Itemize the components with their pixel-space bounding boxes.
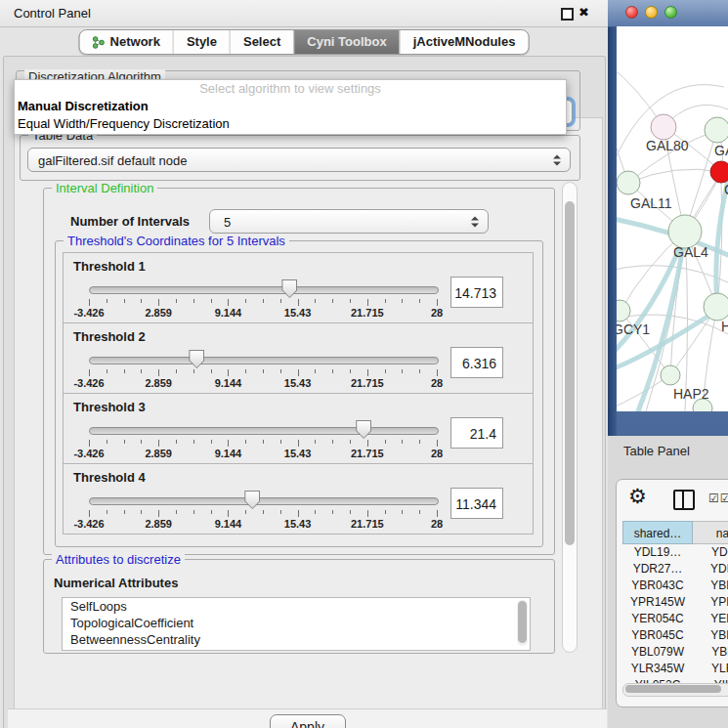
slider-tick [228,510,229,517]
threshold-slider-track[interactable] [89,497,439,505]
table-panel: ⚙ ☑☑ shared… na YDL19…YDL1YDR27…YDR2YBR0… [616,479,728,707]
table-row[interactable]: YLR345WYLR3 [622,661,728,677]
settings-vertical-scrollbar[interactable] [562,182,578,653]
tab-style[interactable]: Style [173,30,230,54]
threshold-value-field[interactable]: 21.4 [450,417,503,449]
slider-tick [158,369,159,376]
threshold-value-field[interactable]: 11.344 [450,488,503,519]
table-row[interactable]: YBL079WYBL0 [622,644,728,661]
scrollbar-thumb[interactable] [625,685,721,693]
close-traffic-light-icon[interactable] [625,6,638,19]
scrollbar-thumb[interactable] [565,201,575,545]
combo-arrows-icon [553,154,561,165]
cell-shared-name[interactable]: YDL19… [622,544,693,561]
float-window-icon[interactable] [561,8,574,21]
number-of-intervals-label: Number of Intervals [70,214,190,229]
cell-name[interactable]: YDL1 [693,544,728,561]
table-row[interactable]: YBR045CYBR0 [622,627,728,644]
table-row[interactable]: YDR27…YDR2 [622,561,728,578]
gear-icon[interactable]: ⚙ [628,485,647,508]
cell-name[interactable]: YBR0 [693,578,728,594]
threshold-value-field[interactable]: 6.316 [450,347,503,378]
threshold-slider-track[interactable] [89,427,439,435]
threshold-slider-thumb[interactable] [281,279,297,298]
cell-shared-name[interactable]: YBR043C [622,578,693,594]
slider-tick [124,440,125,444]
table-horizontal-scrollbar[interactable] [622,683,728,697]
column-header-shared[interactable]: shared… [622,521,693,544]
threshold-slider-thumb[interactable] [244,491,260,509]
cell-name[interactable]: YDR2 [693,561,728,578]
checkbox-icon[interactable]: ☑☑ [708,492,728,505]
window-frame [608,0,617,436]
network-node[interactable] [617,300,630,321]
table-row[interactable]: YPR145WYPR1 [622,594,728,611]
threshold-slider-track[interactable] [89,357,439,364]
column-header-name[interactable]: na [693,521,728,544]
close-icon[interactable]: ✖ [578,5,589,20]
network-window-titlebar[interactable] [608,0,728,27]
cell-name[interactable]: YBL0 [693,644,728,661]
cell-shared-name[interactable]: YLR345W [622,661,693,677]
tab-cyni-toolbox[interactable]: Cyni Toolbox [293,30,399,54]
network-canvas[interactable]: GAL80GACGAL11GAL4GCY1HHAP2 [617,26,728,411]
threshold-slider-thumb[interactable] [189,350,204,368]
threshold-value-field[interactable]: 14.713 [450,277,503,308]
apply-button[interactable]: Apply [270,714,346,728]
slider-tick [158,510,159,517]
node-label-h: H [721,319,728,334]
slider-tick [419,510,420,514]
cell-shared-name[interactable]: YDR27… [622,561,693,578]
slider-tick [124,369,125,373]
tab-label: jActiveMNodules [413,30,516,54]
cell-shared-name[interactable]: YER054C [622,611,693,627]
slider-tick [419,369,420,373]
network-node[interactable] [617,171,640,194]
network-node[interactable] [704,293,728,321]
attributes-scrollbar[interactable] [517,600,528,646]
columns-icon[interactable] [673,490,695,510]
tab-network[interactable]: Network [80,30,173,54]
cell-shared-name[interactable]: YPR145W [622,594,693,611]
network-view-window[interactable]: GAL80GACGAL11GAL4GCY1HHAP2 [608,0,728,436]
node-label-ga: GA [714,143,728,158]
slider-scale-label: 15.43 [284,377,312,389]
cell-name[interactable]: YLR3 [693,661,728,677]
cell-name[interactable]: YBR0 [693,627,728,644]
zoom-traffic-light-icon[interactable] [664,6,677,19]
attribute-item-topologicalcoefficient[interactable]: TopologicalCoefficient [63,615,530,631]
slider-tick [124,510,125,514]
cell-shared-name[interactable]: YBR045C [622,627,693,644]
network-node[interactable] [651,114,676,140]
network-node[interactable] [705,117,728,143]
numerical-attributes-list[interactable]: SelfLoopsTopologicalCoefficientBetweenne… [62,597,531,651]
table-data-combobox[interactable]: galFiltered.sif default node [27,148,571,172]
slider-tick [437,440,438,447]
threshold-slider-thumb[interactable] [356,420,371,439]
tab-select[interactable]: Select [230,30,293,54]
minimize-traffic-light-icon[interactable] [645,6,658,19]
attribute-item-betweennesscentrality[interactable]: BetweennessCentrality [63,631,530,648]
slider-tick [141,299,142,303]
dropdown-option-equal-width-frequency-discretization[interactable]: Equal Width/Frequency Discretization [15,115,566,133]
dropdown-option-manual-discretization[interactable]: Manual Discretization [15,98,566,115]
number-of-intervals-combobox[interactable]: 5 [209,209,489,234]
scrollbar-thumb[interactable] [518,601,527,643]
slider-tick [245,510,246,514]
cell-shared-name[interactable]: YBL079W [622,644,693,661]
table-row[interactable]: YDL19…YDL1 [622,544,728,561]
threshold-slider-track[interactable] [89,286,439,294]
node-label-gal4: GAL4 [673,244,708,260]
slider-scale-label: 2.859 [145,307,172,319]
slider-tick [124,299,125,303]
cell-name[interactable]: YPR1 [693,594,728,611]
table-row[interactable]: YBR043CYBR0 [622,578,728,594]
attribute-item-selfloops[interactable]: SelfLoops [63,598,530,615]
cell-name[interactable]: YER0 [693,611,728,627]
table-row[interactable]: YER054CYER0 [622,611,728,627]
tab-label: Network [110,30,160,54]
network-node[interactable] [710,161,728,183]
tab-jactivemnodules[interactable]: jActiveMNodules [400,30,529,54]
network-node[interactable] [661,365,680,385]
network-node[interactable] [668,215,702,248]
